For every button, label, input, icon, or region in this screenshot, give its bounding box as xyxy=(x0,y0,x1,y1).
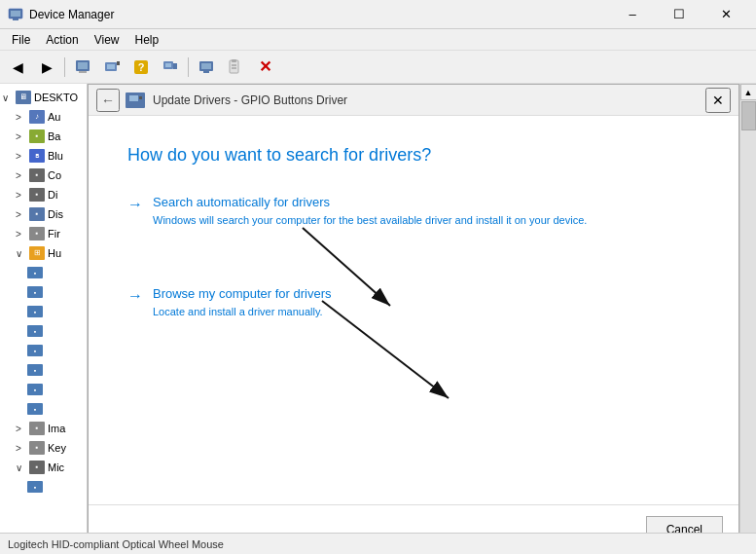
maximize-button[interactable]: ☐ xyxy=(657,0,702,29)
svg-rect-8 xyxy=(117,61,120,65)
bluetooth-icon: ʙ xyxy=(29,149,45,163)
expand-icon[interactable]: > xyxy=(16,131,29,142)
menu-file[interactable]: File xyxy=(4,31,38,49)
tree-item-audio[interactable]: > ♪ Au xyxy=(0,107,87,127)
tree-subitem-7[interactable]: ▪ xyxy=(0,380,87,399)
expand-icon[interactable]: > xyxy=(16,151,29,162)
toolbar-scan[interactable] xyxy=(157,55,184,80)
update-drivers-dialog: ← Update Drivers - GPIO Buttons Driver ✕… xyxy=(88,84,739,554)
tree-item-battery[interactable]: > ▪ Ba xyxy=(0,127,87,146)
hid-device-icon: ▪ xyxy=(27,364,43,376)
option1-content: Search automatically for drivers Windows… xyxy=(153,195,587,228)
minimize-button[interactable]: – xyxy=(610,0,655,29)
dialog-question: How do you want to search for drivers? xyxy=(127,145,700,166)
tree-label-hid: Hu xyxy=(48,247,61,259)
display-icon: ▪ xyxy=(29,207,45,221)
expand-icon[interactable]: > xyxy=(16,424,29,434)
toolbar-remove[interactable]: ✕ xyxy=(251,55,278,80)
tree-label-desktop: DESKTO xyxy=(34,92,78,103)
scroll-up-arrow[interactable]: ▲ xyxy=(740,84,757,100)
expand-icon[interactable]: ∨ xyxy=(2,92,16,103)
dialog-back-button[interactable]: ← xyxy=(96,89,120,112)
tree-subitem-3[interactable]: ▪ xyxy=(0,302,87,321)
tree-label-keyboard: Key xyxy=(48,442,66,454)
toolbar-back[interactable]: ◀ xyxy=(4,55,31,80)
tree-item-disk[interactable]: > ▪ Di xyxy=(0,185,87,204)
firmware-icon: ▪ xyxy=(29,227,45,240)
tree-item-desktop[interactable]: ∨ 🖥 DESKTO xyxy=(0,88,87,107)
tree-label-imaging: Ima xyxy=(48,423,65,434)
mouse-device-icon: ▪ xyxy=(27,481,43,493)
browse-computer-option[interactable]: → Browse my computer for drivers Locate … xyxy=(127,286,700,319)
gpio-device-icon xyxy=(126,92,145,108)
scroll-track[interactable] xyxy=(740,100,757,537)
hid-device-icon: ▪ xyxy=(27,286,43,298)
toolbar-forward[interactable]: ▶ xyxy=(33,55,60,80)
svg-rect-22 xyxy=(129,95,138,101)
expand-icon[interactable]: > xyxy=(16,170,29,181)
toolbar-properties[interactable] xyxy=(69,55,96,80)
tree-label-computers: Co xyxy=(48,169,61,181)
hid-device-icon: ▪ xyxy=(27,403,43,415)
tree-item-computers[interactable]: > ▪ Co xyxy=(0,166,87,185)
expand-icon[interactable]: > xyxy=(16,112,29,123)
search-automatically-option[interactable]: → Search automatically for drivers Windo… xyxy=(127,195,700,228)
tree-subitem-1[interactable]: ▪ xyxy=(0,263,87,282)
tree-item-keyboard[interactable]: > ▪ Key xyxy=(0,438,87,458)
computer-icon: 🖥 xyxy=(16,91,31,104)
vertical-scrollbar[interactable]: ▲ ▼ xyxy=(739,84,756,554)
tree-subitem-2[interactable]: ▪ xyxy=(0,282,87,302)
option2-description: Locate and install a driver manually. xyxy=(153,305,332,319)
hid-device-icon: ▪ xyxy=(27,325,43,337)
toolbar: ◀ ▶ ? xyxy=(0,51,756,84)
dialog-content: How do you want to search for drivers? →… xyxy=(89,116,738,504)
option1-description: Windows will search your computer for th… xyxy=(153,213,587,228)
dialog-close-button[interactable]: ✕ xyxy=(705,88,731,113)
tree-item-hid[interactable]: ∨ ⊞ Hu xyxy=(0,243,87,263)
expand-icon[interactable]: ∨ xyxy=(16,248,29,259)
tree-subitem-5[interactable]: ▪ xyxy=(0,341,87,360)
tree-item-firmware[interactable]: > ▪ Fir xyxy=(0,224,87,243)
tree-label-bluetooth: Blu xyxy=(48,150,63,162)
hid-device-icon: ▪ xyxy=(27,306,43,317)
battery-icon: ▪ xyxy=(29,129,45,143)
expand-icon[interactable]: > xyxy=(16,209,29,220)
hid-device-icon: ▪ xyxy=(27,345,43,356)
tree-item-display[interactable]: > ▪ Dis xyxy=(0,204,87,224)
close-window-button[interactable]: ✕ xyxy=(703,0,748,29)
disk-icon: ▪ xyxy=(29,188,45,202)
expand-icon[interactable]: > xyxy=(16,190,29,201)
toolbar-sep-1 xyxy=(64,57,65,77)
expand-icon[interactable]: > xyxy=(16,443,29,454)
menu-help[interactable]: Help xyxy=(127,31,167,49)
dialog-title: Update Drivers - GPIO Buttons Driver xyxy=(153,93,347,107)
tree-item-bluetooth[interactable]: > ʙ Blu xyxy=(0,146,87,166)
toolbar-help[interactable]: ? xyxy=(127,55,155,80)
device-tree[interactable]: ∨ 🖥 DESKTO > ♪ Au > ▪ Ba > ʙ Blu > ▪ Co xyxy=(0,84,88,554)
menu-bar: File Action View Help xyxy=(0,29,756,51)
toolbar-clipboard[interactable] xyxy=(222,55,249,80)
option1-title[interactable]: Search automatically for drivers xyxy=(153,195,587,209)
expand-icon[interactable]: ∨ xyxy=(16,462,29,473)
scroll-thumb[interactable] xyxy=(741,101,756,130)
menu-view[interactable]: View xyxy=(87,31,127,49)
hid-device-icon: ▪ xyxy=(27,384,43,395)
svg-rect-16 xyxy=(203,71,209,73)
status-bar: Logitech HID-compliant Optical Wheel Mou… xyxy=(0,533,756,554)
svg-rect-1 xyxy=(11,11,20,17)
tree-label-display: Dis xyxy=(48,208,63,220)
svg-rect-12 xyxy=(165,63,171,67)
tree-subitem-6[interactable]: ▪ xyxy=(0,360,87,380)
expand-icon[interactable]: > xyxy=(16,229,29,240)
option2-title[interactable]: Browse my computer for drivers xyxy=(153,286,332,301)
tree-item-imaging[interactable]: > ▪ Ima xyxy=(0,419,87,438)
tree-subitem-8[interactable]: ▪ xyxy=(0,399,87,419)
toolbar-monitor[interactable] xyxy=(193,55,220,80)
tree-subitem-mouse-1[interactable]: ▪ xyxy=(0,477,87,497)
mice-icon: ▪ xyxy=(29,461,45,474)
menu-action[interactable]: Action xyxy=(38,31,86,49)
tree-item-mice[interactable]: ∨ ▪ Mic xyxy=(0,458,87,477)
svg-rect-4 xyxy=(78,62,88,69)
tree-subitem-4[interactable]: ▪ xyxy=(0,321,87,341)
toolbar-update[interactable] xyxy=(98,55,126,80)
